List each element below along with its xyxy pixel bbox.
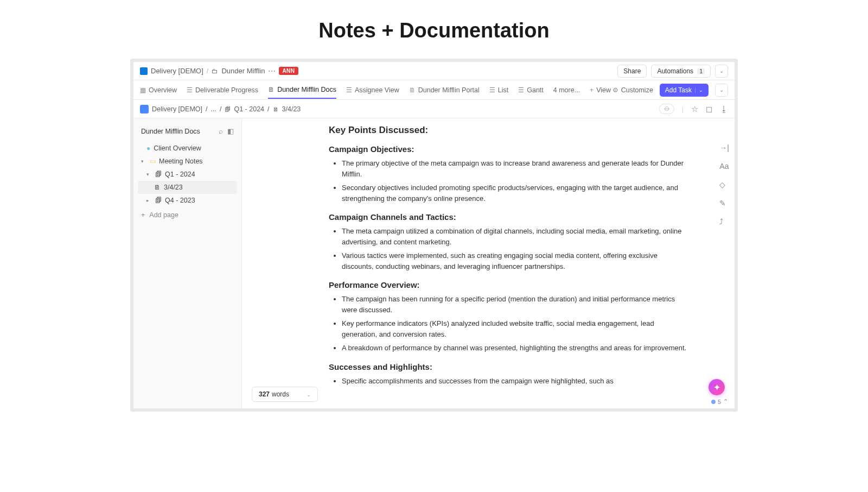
workspace-icon — [140, 67, 148, 75]
sidebar-header: Dunder Mifflin Docs ⌕ ◧ — [138, 125, 237, 142]
search-icon[interactable]: ⌕ — [219, 127, 223, 135]
tab-label: View — [596, 86, 611, 94]
list-item: A breakdown of performance by channel wa… — [342, 343, 691, 354]
collapse-button[interactable]: ⌄ — [715, 84, 728, 97]
breadcrumb-folder[interactable]: Dunder Mifflin — [221, 67, 265, 75]
breadcrumb-root[interactable]: Delivery [DEMO] — [151, 67, 203, 75]
page-icon: 🗐 — [225, 106, 231, 112]
tab-label: Dunder Mifflin Portal — [418, 86, 480, 94]
content-area: Dunder Mifflin Docs ⌕ ◧ ● Client Overvie… — [133, 118, 735, 408]
list-item: The campaign has been running for a spec… — [342, 294, 691, 315]
share-button[interactable]: Share — [617, 65, 647, 78]
caret-right-icon: ▸ — [146, 198, 152, 203]
folder-icon: ▭ — [150, 157, 156, 165]
tab-label: Dunder Mifflin Docs — [277, 86, 336, 93]
chevron-up-icon: ⌃ — [723, 398, 728, 405]
star-icon[interactable]: ☆ — [691, 104, 698, 114]
crumb-item[interactable]: Q1 - 2024 — [234, 105, 264, 113]
comment-icon[interactable]: ◻ — [706, 104, 712, 114]
crumb-item[interactable]: Delivery [DEMO] — [152, 105, 202, 113]
heading-performance: Performance Overview: — [329, 280, 691, 289]
doc-breadcrumb: Delivery [DEMO] / ... / 🗐 Q1 - 2024 / 🗎 … — [140, 105, 301, 113]
sidebar-item-client-overview[interactable]: ● Client Overview — [138, 142, 237, 155]
collapse-icon[interactable]: →| — [719, 143, 729, 152]
page-icon: 🗐 — [155, 197, 162, 204]
share-icon[interactable]: ⤴ — [719, 217, 729, 226]
customize-button[interactable]: ⚙Customize — [612, 82, 653, 98]
list-item: The primary objective of the meta campai… — [342, 158, 691, 179]
typography-icon[interactable]: Aa — [719, 162, 729, 171]
grid-icon: ▦ — [140, 86, 146, 94]
tabs-left: ▦Overview ☰Deliverable Progress 🗎Dunder … — [140, 81, 611, 98]
list-item: The meta campaign utilized a combination… — [342, 226, 691, 247]
chevron-down-icon: ⌄ — [695, 87, 703, 93]
magic-icon[interactable]: ✎ — [719, 199, 729, 207]
list-item: Various tactics were implemented, such a… — [342, 250, 691, 272]
sidebar-title: Dunder Mifflin Docs — [141, 128, 200, 135]
add-task-button[interactable]: Add Task⌄ — [660, 84, 709, 97]
add-task-label: Add Task — [665, 86, 692, 94]
tab-overview[interactable]: ▦Overview — [140, 82, 177, 98]
more-chevron-button[interactable]: ⌄ — [715, 65, 728, 78]
tag-pill[interactable]: ⦵ — [659, 104, 674, 114]
add-view-button[interactable]: +View — [590, 82, 611, 98]
document-body[interactable]: Key Points Discussed: Campaign Objective… — [242, 118, 735, 408]
add-page-button[interactable]: + Add page — [138, 207, 237, 223]
sidebar-toggle-icon[interactable]: ◧ — [227, 127, 234, 135]
doc-sidebar: Dunder Mifflin Docs ⌕ ◧ ● Client Overvie… — [133, 118, 242, 408]
divider: | — [682, 105, 684, 113]
person-icon: ☰ — [346, 86, 352, 94]
presence-count: 5 — [718, 399, 721, 405]
tab-label: Overview — [149, 86, 177, 94]
channels-list: The meta campaign utilized a combination… — [342, 226, 691, 272]
sidebar-item-label: Q4 - 2023 — [165, 197, 195, 204]
tab-list[interactable]: ☰List — [489, 82, 508, 98]
tab-portal[interactable]: 🗎Dunder Mifflin Portal — [409, 82, 480, 98]
tab-docs[interactable]: 🗎Dunder Mifflin Docs — [268, 81, 336, 99]
automations-button[interactable]: Automations 1 — [651, 65, 711, 78]
doc-icon: 🗎 — [409, 86, 416, 94]
tab-gantt[interactable]: ☰Gantt — [518, 82, 544, 98]
automations-count: 1 — [697, 68, 705, 74]
heading-objectives: Campaign Objectives: — [329, 144, 691, 154]
right-rail: →| Aa ◇ ✎ ⤴ — [719, 143, 729, 226]
page-title: Notes + Documentation — [0, 0, 868, 59]
presence-dot-icon — [711, 400, 716, 404]
word-count[interactable]: 327 words ⌄ — [252, 387, 318, 402]
gantt-icon: ☰ — [518, 86, 524, 94]
sidebar-item-meeting-notes[interactable]: ▾ ▭ Meeting Notes — [138, 155, 237, 168]
sidebar-item-label: Meeting Notes — [159, 157, 203, 165]
view-tabs-bar: ▦Overview ☰Deliverable Progress 🗎Dunder … — [133, 80, 735, 100]
tab-label: List — [498, 86, 508, 94]
tab-assignee[interactable]: ☰Assignee View — [346, 82, 399, 98]
crumb-item[interactable]: ... — [211, 105, 216, 113]
tabs-right: ⚙Customize Add Task⌄ ⌄ — [612, 82, 728, 98]
sidebar-item-label: 3/4/23 — [164, 184, 183, 191]
heading-channels: Campaign Channels and Tactics: — [329, 212, 691, 222]
ai-fab-button[interactable]: ✦ — [709, 379, 725, 395]
crumb-current[interactable]: 3/4/23 — [282, 105, 301, 113]
sidebar-item-3-4-23[interactable]: 🗎 3/4/23 — [138, 181, 237, 194]
app-icon — [140, 105, 149, 113]
list-item: Specific accomplishments and successes f… — [342, 376, 691, 387]
gear-icon: ⚙ — [612, 86, 618, 94]
tab-deliverable[interactable]: ☰Deliverable Progress — [187, 82, 258, 98]
sidebar-item-q1-2024[interactable]: ▾ 🗐 Q1 - 2024 — [138, 168, 237, 181]
caret-down-icon: ▾ — [146, 172, 152, 177]
caret-down-icon: ▾ — [141, 159, 146, 164]
export-icon[interactable]: ⭳ — [720, 104, 728, 113]
more-icon[interactable]: ⋯ — [268, 67, 276, 75]
separator: / — [267, 105, 269, 113]
sidebar-item-q4-2023[interactable]: ▸ 🗐 Q4 - 2023 — [138, 194, 237, 207]
format-icon[interactable]: ◇ — [719, 180, 729, 189]
list-icon: ☰ — [187, 86, 193, 94]
heading-keypoints: Key Points Discussed: — [329, 125, 691, 136]
tab-label: Deliverable Progress — [195, 86, 258, 94]
list-icon: ☰ — [489, 86, 495, 94]
separator: / — [220, 105, 221, 113]
tab-more[interactable]: 4 more... — [553, 82, 580, 98]
presence-indicator[interactable]: 5 ⌃ — [711, 398, 728, 405]
sidebar-item-label: Client Overview — [154, 144, 201, 152]
successes-list: Specific accomplishments and successes f… — [342, 376, 691, 387]
app-window: Delivery [DEMO] / 🗀 Dunder Mifflin ⋯ ANN… — [130, 59, 738, 412]
